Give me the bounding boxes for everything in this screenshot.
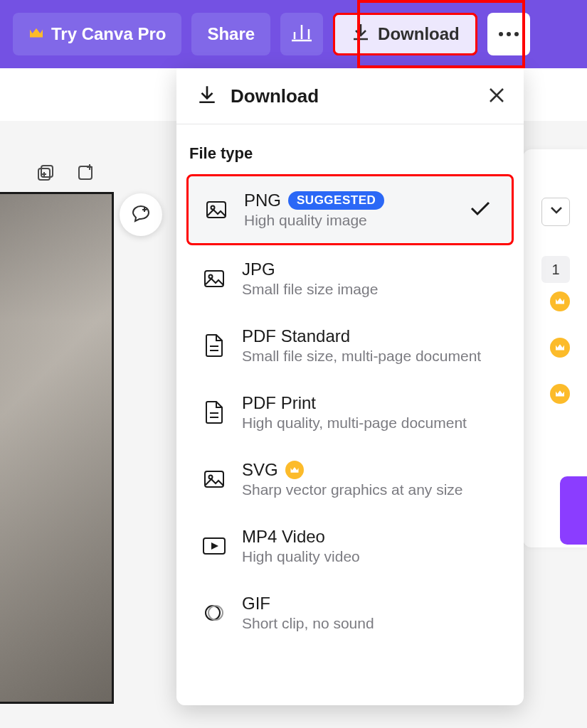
share-label: Share: [207, 24, 255, 44]
add-page-button[interactable]: [74, 162, 97, 185]
panel-title: Download: [231, 85, 319, 107]
file-type-gif[interactable]: GIF Short clip, no sound: [186, 579, 514, 646]
duplicate-button[interactable]: [34, 162, 57, 185]
video-icon: [202, 534, 226, 558]
svg-rect-3: [207, 202, 226, 218]
gif-icon: [202, 601, 226, 625]
file-type-heading: File type: [186, 144, 514, 163]
chevron-down-icon[interactable]: [550, 205, 563, 218]
svg-point-4: [211, 206, 215, 210]
file-type-desc: Sharp vector graphics at any size: [242, 481, 498, 498]
file-type-name: PNG: [244, 191, 281, 210]
svg-point-8: [209, 476, 213, 479]
canvas-preview[interactable]: [0, 192, 114, 704]
document-icon: [202, 333, 226, 358]
download-label: Download: [378, 24, 460, 44]
svg-rect-1: [41, 166, 53, 177]
file-type-desc: High quality video: [242, 548, 498, 565]
canvas-toolbar: [0, 121, 160, 185]
svg-point-6: [209, 275, 213, 279]
file-type-desc: Short clip, no sound: [242, 615, 498, 632]
file-type-pdf-standard[interactable]: PDF Standard Small file size, multi-page…: [186, 312, 514, 379]
close-icon: [487, 96, 506, 107]
image-icon: [202, 267, 226, 291]
pro-badge: [285, 461, 304, 479]
file-type-name: MP4 Video: [242, 527, 325, 547]
download-button[interactable]: Download: [333, 13, 477, 55]
comment-icon: [130, 203, 152, 227]
file-type-name: GIF: [242, 594, 270, 614]
panel-body: File type PNG SUGGESTED High quality ima…: [176, 124, 524, 646]
svg-rect-7: [205, 471, 223, 487]
bar-chart-icon: [290, 21, 313, 48]
more-icon: [499, 32, 519, 36]
download-icon: [196, 84, 218, 108]
download-icon: [351, 22, 371, 46]
pro-badge-3: [550, 384, 570, 404]
comment-button[interactable]: [120, 193, 162, 236]
file-type-desc: Small file size, multi-page document: [242, 348, 498, 365]
check-icon: [469, 200, 492, 220]
try-pro-label: Try Canva Pro: [51, 24, 166, 44]
share-button[interactable]: Share: [191, 13, 270, 55]
pro-badge-1: [550, 291, 570, 311]
file-type-name: SVG: [242, 460, 278, 480]
crown-icon: [28, 24, 44, 44]
file-type-desc: High quality image: [244, 212, 496, 229]
panel-header: Download: [176, 68, 524, 124]
svg-rect-5: [205, 271, 223, 287]
analytics-button[interactable]: [280, 13, 323, 55]
image-icon: [202, 467, 226, 491]
file-type-name: PDF Standard: [242, 326, 350, 346]
quantity-input[interactable]: 1: [541, 256, 570, 283]
try-pro-button[interactable]: Try Canva Pro: [13, 13, 181, 55]
pro-badge-2: [550, 338, 570, 358]
top-toolbar: Try Canva Pro Share Download: [0, 0, 587, 68]
file-type-jpg[interactable]: JPG Small file size image: [186, 245, 514, 312]
more-button[interactable]: [487, 13, 530, 55]
file-type-desc: High quality, multi-page document: [242, 414, 498, 432]
file-type-name: JPG: [242, 259, 275, 279]
file-type-list: PNG SUGGESTED High quality image JPG Sma…: [186, 174, 514, 646]
file-type-pdf-print[interactable]: PDF Print High quality, multi-page docum…: [186, 379, 514, 446]
file-type-png[interactable]: PNG SUGGESTED High quality image: [186, 174, 514, 245]
file-type-mp4[interactable]: MP4 Video High quality video: [186, 513, 514, 579]
file-type-name: PDF Print: [242, 393, 316, 413]
file-type-svg[interactable]: SVG Sharp vector graphics at any size: [186, 446, 514, 513]
download-panel: Download File type PNG SUGGESTED High qu…: [176, 68, 524, 705]
document-icon: [202, 400, 226, 424]
primary-action-peek[interactable]: [560, 476, 587, 545]
suggested-badge: SUGGESTED: [288, 191, 384, 210]
file-type-desc: Small file size image: [242, 281, 498, 298]
close-button[interactable]: [484, 83, 509, 109]
image-icon: [204, 198, 228, 222]
